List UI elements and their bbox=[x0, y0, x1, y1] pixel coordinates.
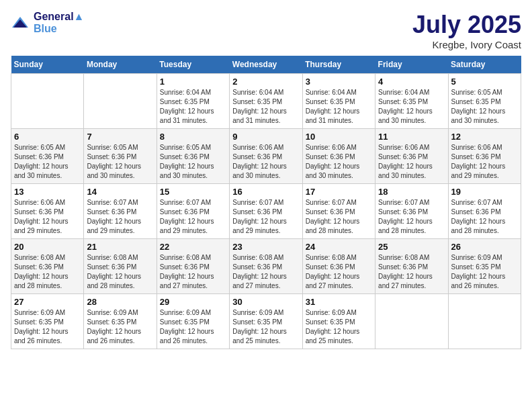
day-number: 30 bbox=[232, 297, 299, 307]
day-number: 29 bbox=[160, 297, 226, 307]
day-cell: 8Sunrise: 6:05 AMSunset: 6:36 PMDaylight… bbox=[157, 129, 229, 184]
day-cell: 2Sunrise: 6:04 AMSunset: 6:35 PMDaylight… bbox=[230, 74, 302, 129]
day-number: 9 bbox=[232, 132, 299, 142]
day-cell: 12Sunrise: 6:06 AMSunset: 6:36 PMDayligh… bbox=[448, 129, 521, 184]
day-cell: 4Sunrise: 6:04 AMSunset: 6:35 PMDaylight… bbox=[375, 74, 448, 129]
day-cell: 21Sunrise: 6:08 AMSunset: 6:36 PMDayligh… bbox=[84, 239, 157, 294]
logo-icon bbox=[11, 15, 30, 30]
day-info: Sunrise: 6:07 AMSunset: 6:36 PMDaylight:… bbox=[160, 198, 226, 236]
calendar-table: SundayMondayTuesdayWednesdayThursdayFrid… bbox=[11, 56, 521, 349]
day-info: Sunrise: 6:09 AMSunset: 6:35 PMDaylight:… bbox=[232, 308, 299, 346]
day-number: 10 bbox=[306, 132, 372, 142]
day-info: Sunrise: 6:05 AMSunset: 6:36 PMDaylight:… bbox=[14, 143, 81, 181]
day-info: Sunrise: 6:06 AMSunset: 6:36 PMDaylight:… bbox=[378, 143, 445, 181]
day-cell bbox=[11, 74, 84, 129]
day-number: 20 bbox=[14, 242, 81, 252]
day-number: 13 bbox=[14, 187, 81, 197]
day-info: Sunrise: 6:08 AMSunset: 6:36 PMDaylight:… bbox=[87, 253, 153, 291]
day-number: 24 bbox=[306, 242, 372, 252]
day-number: 3 bbox=[306, 77, 372, 87]
page-header: General▲ Blue July 2025 Kregbe, Ivory Co… bbox=[11, 11, 521, 50]
day-info: Sunrise: 6:06 AMSunset: 6:36 PMDaylight:… bbox=[232, 143, 299, 181]
day-cell: 9Sunrise: 6:06 AMSunset: 6:36 PMDaylight… bbox=[230, 129, 302, 184]
weekday-wednesday: Wednesday bbox=[230, 56, 302, 74]
weekday-header-row: SundayMondayTuesdayWednesdayThursdayFrid… bbox=[11, 56, 521, 74]
weekday-tuesday: Tuesday bbox=[157, 56, 229, 74]
day-info: Sunrise: 6:07 AMSunset: 6:36 PMDaylight:… bbox=[451, 198, 518, 236]
day-number: 12 bbox=[451, 132, 518, 142]
day-number: 11 bbox=[378, 132, 445, 142]
day-cell: 18Sunrise: 6:07 AMSunset: 6:36 PMDayligh… bbox=[375, 184, 448, 239]
day-info: Sunrise: 6:05 AMSunset: 6:36 PMDaylight:… bbox=[87, 143, 153, 181]
day-info: Sunrise: 6:09 AMSunset: 6:35 PMDaylight:… bbox=[160, 308, 226, 346]
day-number: 7 bbox=[87, 132, 153, 142]
day-cell: 1Sunrise: 6:04 AMSunset: 6:35 PMDaylight… bbox=[157, 74, 229, 129]
month-title: July 2025 bbox=[412, 11, 521, 39]
day-cell: 31Sunrise: 6:09 AMSunset: 6:35 PMDayligh… bbox=[302, 294, 375, 349]
day-number: 22 bbox=[160, 242, 226, 252]
week-row-4: 20Sunrise: 6:08 AMSunset: 6:36 PMDayligh… bbox=[11, 239, 521, 294]
day-cell: 30Sunrise: 6:09 AMSunset: 6:35 PMDayligh… bbox=[230, 294, 302, 349]
day-cell: 11Sunrise: 6:06 AMSunset: 6:36 PMDayligh… bbox=[375, 129, 448, 184]
day-cell: 6Sunrise: 6:05 AMSunset: 6:36 PMDaylight… bbox=[11, 129, 84, 184]
day-cell: 16Sunrise: 6:07 AMSunset: 6:36 PMDayligh… bbox=[230, 184, 302, 239]
day-info: Sunrise: 6:08 AMSunset: 6:36 PMDaylight:… bbox=[378, 253, 445, 291]
day-info: Sunrise: 6:07 AMSunset: 6:36 PMDaylight:… bbox=[232, 198, 299, 236]
day-info: Sunrise: 6:08 AMSunset: 6:36 PMDaylight:… bbox=[306, 253, 372, 291]
weekday-thursday: Thursday bbox=[302, 56, 375, 74]
week-row-1: 1Sunrise: 6:04 AMSunset: 6:35 PMDaylight… bbox=[11, 74, 521, 129]
day-info: Sunrise: 6:06 AMSunset: 6:36 PMDaylight:… bbox=[451, 143, 518, 181]
day-cell: 29Sunrise: 6:09 AMSunset: 6:35 PMDayligh… bbox=[157, 294, 229, 349]
day-number: 8 bbox=[160, 132, 226, 142]
day-cell: 27Sunrise: 6:09 AMSunset: 6:35 PMDayligh… bbox=[11, 294, 84, 349]
logo-text: General▲ Blue bbox=[34, 11, 84, 35]
week-row-3: 13Sunrise: 6:06 AMSunset: 6:36 PMDayligh… bbox=[11, 184, 521, 239]
day-info: Sunrise: 6:09 AMSunset: 6:35 PMDaylight:… bbox=[306, 308, 372, 346]
day-info: Sunrise: 6:07 AMSunset: 6:36 PMDaylight:… bbox=[87, 198, 153, 236]
day-cell: 17Sunrise: 6:07 AMSunset: 6:36 PMDayligh… bbox=[302, 184, 375, 239]
day-info: Sunrise: 6:09 AMSunset: 6:35 PMDaylight:… bbox=[14, 308, 81, 346]
day-number: 6 bbox=[14, 132, 81, 142]
day-info: Sunrise: 6:08 AMSunset: 6:36 PMDaylight:… bbox=[14, 253, 81, 291]
day-cell: 22Sunrise: 6:08 AMSunset: 6:36 PMDayligh… bbox=[157, 239, 229, 294]
day-info: Sunrise: 6:06 AMSunset: 6:36 PMDaylight:… bbox=[306, 143, 372, 181]
day-number: 17 bbox=[306, 187, 372, 197]
day-number: 1 bbox=[160, 77, 226, 87]
day-number: 5 bbox=[451, 77, 518, 87]
location: Kregbe, Ivory Coast bbox=[412, 39, 521, 50]
day-number: 21 bbox=[87, 242, 153, 252]
day-cell: 24Sunrise: 6:08 AMSunset: 6:36 PMDayligh… bbox=[302, 239, 375, 294]
day-number: 18 bbox=[378, 187, 445, 197]
day-cell: 13Sunrise: 6:06 AMSunset: 6:36 PMDayligh… bbox=[11, 184, 84, 239]
day-number: 15 bbox=[160, 187, 226, 197]
week-row-2: 6Sunrise: 6:05 AMSunset: 6:36 PMDaylight… bbox=[11, 129, 521, 184]
day-info: Sunrise: 6:04 AMSunset: 6:35 PMDaylight:… bbox=[160, 88, 226, 126]
week-row-5: 27Sunrise: 6:09 AMSunset: 6:35 PMDayligh… bbox=[11, 294, 521, 349]
weekday-sunday: Sunday bbox=[11, 56, 84, 74]
day-info: Sunrise: 6:05 AMSunset: 6:36 PMDaylight:… bbox=[160, 143, 226, 181]
day-number: 14 bbox=[87, 187, 153, 197]
day-cell: 10Sunrise: 6:06 AMSunset: 6:36 PMDayligh… bbox=[302, 129, 375, 184]
day-number: 27 bbox=[14, 297, 81, 307]
day-cell: 26Sunrise: 6:09 AMSunset: 6:35 PMDayligh… bbox=[448, 239, 521, 294]
day-cell: 15Sunrise: 6:07 AMSunset: 6:36 PMDayligh… bbox=[157, 184, 229, 239]
day-cell: 7Sunrise: 6:05 AMSunset: 6:36 PMDaylight… bbox=[84, 129, 157, 184]
day-cell bbox=[375, 294, 448, 349]
weekday-friday: Friday bbox=[375, 56, 448, 74]
day-info: Sunrise: 6:07 AMSunset: 6:36 PMDaylight:… bbox=[378, 198, 445, 236]
day-cell: 23Sunrise: 6:08 AMSunset: 6:36 PMDayligh… bbox=[230, 239, 302, 294]
day-info: Sunrise: 6:09 AMSunset: 6:35 PMDaylight:… bbox=[87, 308, 153, 346]
day-info: Sunrise: 6:08 AMSunset: 6:36 PMDaylight:… bbox=[232, 253, 299, 291]
day-number: 23 bbox=[232, 242, 299, 252]
day-info: Sunrise: 6:04 AMSunset: 6:35 PMDaylight:… bbox=[306, 88, 372, 126]
day-info: Sunrise: 6:04 AMSunset: 6:35 PMDaylight:… bbox=[378, 88, 445, 126]
day-cell bbox=[448, 294, 521, 349]
day-cell: 19Sunrise: 6:07 AMSunset: 6:36 PMDayligh… bbox=[448, 184, 521, 239]
title-block: July 2025 Kregbe, Ivory Coast bbox=[412, 11, 521, 50]
day-number: 26 bbox=[451, 242, 518, 252]
day-number: 4 bbox=[378, 77, 445, 87]
day-number: 25 bbox=[378, 242, 445, 252]
day-cell: 3Sunrise: 6:04 AMSunset: 6:35 PMDaylight… bbox=[302, 74, 375, 129]
day-number: 2 bbox=[232, 77, 299, 87]
day-info: Sunrise: 6:09 AMSunset: 6:35 PMDaylight:… bbox=[451, 253, 518, 291]
